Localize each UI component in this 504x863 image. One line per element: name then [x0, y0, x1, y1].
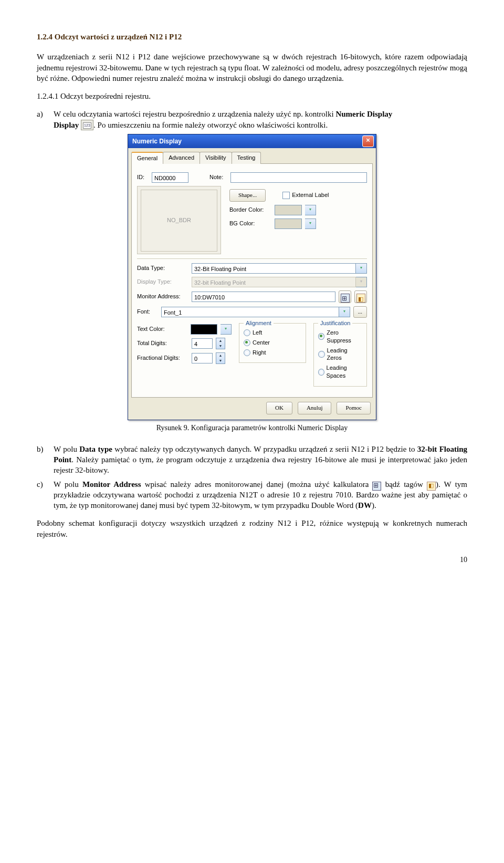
justification-legend: Justification: [318, 319, 352, 327]
list-item-b: b) W polu Data type wybrać należy typ od…: [37, 444, 467, 476]
data-type-label: Data Type:: [137, 264, 188, 272]
list-item-a: a) W celu odczytania wartości rejestru b…: [37, 109, 467, 131]
bg-color-dropdown-icon[interactable]: ▾: [305, 219, 316, 229]
bg-color-swatch[interactable]: [275, 219, 302, 229]
inline-calculator-icon: [372, 482, 381, 491]
monitor-address-label: Monitor Address:: [137, 293, 188, 300]
numeric-display-icon: [81, 120, 93, 130]
tab-testing[interactable]: Testing: [232, 152, 261, 164]
id-field[interactable]: ND0000: [152, 172, 188, 183]
font-browse-button[interactable]: ...: [353, 306, 367, 318]
bold-numeric-display: Numeric Display: [335, 110, 392, 118]
border-color-label: Border Color:: [229, 206, 271, 214]
fractional-digits-label: Fractional Digits:: [137, 354, 188, 362]
tab-advanced[interactable]: Advanced: [163, 152, 200, 164]
shape-button[interactable]: Shape...: [229, 189, 266, 202]
align-left-radio[interactable]: Left: [244, 329, 301, 337]
text-color-dropdown-icon[interactable]: ▾: [220, 324, 232, 335]
panel-general: ID: ND0000 Note: NO_BDR Shape... Externa…: [131, 163, 373, 398]
text-color-swatch[interactable]: [191, 324, 217, 335]
calculator-button[interactable]: [339, 290, 351, 303]
bold-monitor-address: Monitor Address: [82, 480, 141, 488]
total-digits-field[interactable]: 4: [192, 338, 213, 349]
alignment-group: Alignment Left Center Right: [239, 323, 306, 363]
justification-group: Justification Zero Suppress Leading Zero…: [313, 323, 367, 387]
bold-dw: DW: [358, 501, 372, 510]
total-digits-spinner[interactable]: ▲▼: [216, 338, 225, 349]
paragraph-intro: W urządzeniach z serii N12 i P12 dane we…: [37, 51, 467, 84]
list-item-c: c) W polu Monitor Address wpisać należy …: [37, 479, 467, 511]
fractional-digits-field[interactable]: 0: [192, 353, 213, 363]
bold-data-type: Data type: [79, 445, 112, 453]
font-select[interactable]: Font_1: [161, 307, 339, 317]
display-type-label: Display Type:: [137, 278, 188, 286]
tab-visibility[interactable]: Visibility: [200, 152, 232, 164]
note-field[interactable]: [230, 172, 367, 183]
id-label: ID:: [137, 173, 149, 181]
bold-display-word: Display: [54, 121, 79, 129]
text-a-1: W celu odczytania wartości rejestru bezp…: [54, 110, 335, 118]
font-label: Font:: [137, 308, 158, 316]
border-color-dropdown-icon[interactable]: ▾: [305, 205, 316, 215]
section-heading: 1.2.4 Odczyt wartości z urządzeń N12 i P…: [37, 32, 467, 42]
border-color-swatch[interactable]: [275, 205, 302, 215]
numeric-display-dialog: Numeric Display × General Advanced Visib…: [128, 134, 376, 420]
subsection-heading: 1.2.4.1 Odczyt bezpośredni rejestru.: [37, 91, 467, 101]
calculator-icon: [341, 294, 350, 303]
inline-tag-icon: [427, 482, 436, 491]
note-label: Note:: [209, 173, 227, 181]
dialog-titlebar[interactable]: Numeric Display ×: [128, 134, 376, 148]
align-center-radio[interactable]: Center: [244, 339, 301, 347]
just-leading-spaces-radio[interactable]: Leading Spaces: [318, 364, 362, 380]
help-button[interactable]: Pomoc: [337, 402, 371, 414]
marker-c: c): [37, 479, 54, 511]
page-number: 10: [37, 555, 467, 565]
display-type-dropdown-icon: ▾: [356, 277, 367, 287]
checkbox-icon: [282, 192, 290, 199]
font-dropdown-icon[interactable]: ▾: [339, 307, 350, 317]
marker-a: a): [37, 109, 54, 131]
just-zero-suppress-radio[interactable]: Zero Suppress: [318, 329, 362, 345]
ok-button[interactable]: OK: [266, 402, 292, 414]
tag-icon: [356, 294, 365, 303]
data-type-select[interactable]: 32-Bit Floating Point: [192, 263, 356, 274]
fractional-digits-spinner[interactable]: ▲▼: [216, 352, 225, 364]
tag-button[interactable]: [354, 290, 367, 303]
marker-b: b): [37, 444, 54, 476]
alignment-legend: Alignment: [244, 319, 274, 327]
cancel-button[interactable]: Anuluj: [298, 402, 332, 414]
paragraph-closing: Podobny schemat konfiguracji dotyczy wsz…: [37, 518, 467, 539]
no-border-placeholder: NO_BDR: [141, 190, 217, 252]
close-icon[interactable]: ×: [362, 136, 374, 147]
external-label-checkbox[interactable]: External Label: [282, 191, 329, 199]
text-a-2: . Po umieszczeniu na formie należy otwor…: [93, 121, 328, 129]
tab-strip: General Advanced Visibility Testing: [128, 148, 376, 163]
shape-preview: NO_BDR: [137, 186, 221, 254]
just-leading-zeros-radio[interactable]: Leading Zeros: [318, 347, 362, 362]
total-digits-label: Total Digits:: [137, 339, 188, 347]
figure-caption: Rysunek 9. Konfiguracja parametrów kontr…: [37, 423, 467, 433]
align-right-radio[interactable]: Right: [244, 349, 301, 357]
text-color-label: Text Color:: [137, 325, 187, 333]
data-type-dropdown-icon[interactable]: ▾: [356, 263, 367, 274]
external-label-text: External Label: [292, 191, 329, 199]
dialog-title: Numeric Display: [132, 137, 182, 145]
monitor-address-field[interactable]: 10:DW7010: [192, 292, 335, 302]
tab-general[interactable]: General: [131, 152, 163, 164]
display-type-select: 32-bit Floating Point: [192, 277, 356, 287]
bg-color-label: BG Color:: [229, 220, 271, 227]
